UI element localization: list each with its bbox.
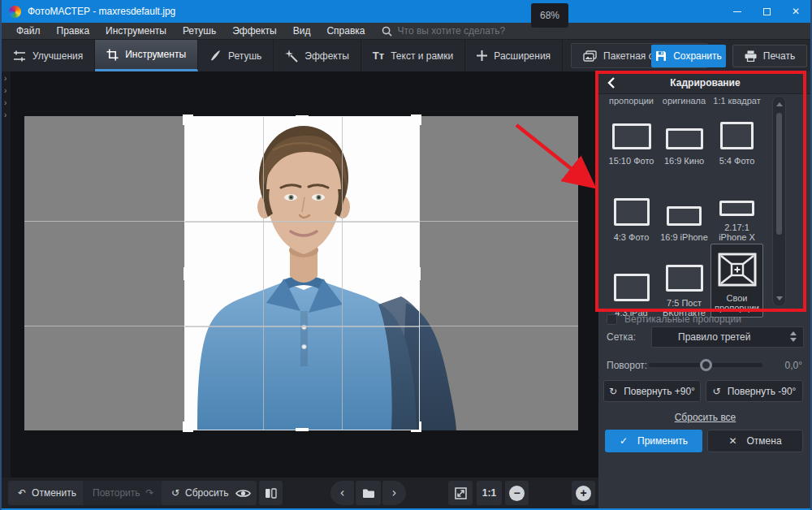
back-button[interactable]: [607, 76, 621, 90]
reset-icon: ↺: [171, 487, 179, 499]
search-icon: [382, 26, 392, 37]
apply-button[interactable]: ✓ Применить: [605, 430, 702, 452]
rotation-slider[interactable]: [649, 363, 762, 367]
brush-icon: [209, 50, 222, 62]
menu-view[interactable]: Вид: [285, 25, 319, 37]
fit-screen-icon: [455, 487, 467, 499]
ratio-icon: [614, 274, 650, 301]
magic-wand-icon: [285, 50, 298, 63]
minimize-button[interactable]: [723, 0, 752, 23]
vertical-proportions-label: Вертикальные пропорции: [624, 313, 741, 325]
thirds-line: [185, 326, 419, 327]
crop-handle-left[interactable]: [184, 267, 187, 280]
undo-button[interactable]: ↶ Отменить: [8, 481, 86, 505]
preset-5-4-photo[interactable]: 5:4 Фото: [710, 112, 763, 166]
chevron-right-icon[interactable]: ›: [4, 87, 6, 95]
tab-tools[interactable]: Инструменты: [95, 40, 198, 71]
crop-handle-right[interactable]: [417, 267, 421, 280]
sliders-icon: [13, 50, 26, 62]
preset-16-9-iphone[interactable]: 16:9 iPhone: [658, 179, 710, 242]
scroll-up-icon[interactable]: [776, 102, 783, 106]
open-folder-button[interactable]: [356, 481, 381, 505]
menu-help[interactable]: Справка: [318, 25, 373, 37]
rotate-ccw-button[interactable]: ↺ Повернуть -90°: [706, 380, 803, 402]
check-icon: ✓: [620, 435, 628, 447]
ratio-icon: [666, 128, 703, 149]
reset-button[interactable]: ↺ Сбросить: [162, 481, 238, 505]
ratio-icon: [612, 123, 651, 149]
chevron-right-icon[interactable]: ›: [4, 111, 6, 119]
redo-button[interactable]: Повторить ↷: [83, 481, 164, 505]
crop-handle-top-right[interactable]: [411, 115, 421, 125]
chevron-right-icon[interactable]: ›: [4, 75, 6, 83]
scrollbar-thumb[interactable]: [776, 113, 782, 235]
close-button[interactable]: ✕: [781, 0, 810, 23]
actual-size-button[interactable]: 1:1: [477, 481, 502, 505]
save-button[interactable]: Сохранить: [651, 45, 726, 67]
tab-retouch[interactable]: Ретушь: [198, 40, 274, 71]
rotate-cw-button[interactable]: ↻ Повернуть +90°: [603, 380, 701, 402]
menu-edit[interactable]: Правка: [49, 25, 98, 37]
titlebar: ФотоМАСТЕР - maxresdefault.jpg ✕: [2, 0, 810, 23]
scroll-down-icon[interactable]: [776, 296, 783, 300]
preset-custom-proportions[interactable]: Своипропорции: [710, 244, 763, 318]
menu-tools[interactable]: Инструменты: [97, 25, 175, 37]
print-button[interactable]: Печать: [732, 45, 807, 67]
spinner-icon[interactable]: [790, 331, 797, 342]
next-photo-button[interactable]: ›: [382, 481, 406, 505]
preset-4-3-photo[interactable]: 4:3 Фото: [605, 179, 658, 242]
crop-panel: Кадрирование пропорции оригинала 1:1 ква…: [598, 71, 812, 508]
tab-effects[interactable]: Эффекты: [274, 40, 361, 71]
cancel-button[interactable]: ✕ Отмена: [707, 430, 803, 452]
rotation-value: 0,0°: [785, 360, 802, 371]
menubar: Файл Правка Инструменты Ретушь Эффекты В…: [2, 23, 810, 40]
vertical-proportions-checkbox[interactable]: [607, 314, 617, 325]
tab-text-frames[interactable]: Tт Текст и рамки: [361, 40, 465, 71]
chevron-left-icon: [607, 76, 615, 89]
crop-handle-bottom[interactable]: [296, 428, 309, 431]
preset-7-5-vk-post[interactable]: 7:5 ПостВКонтакте: [658, 244, 710, 318]
collapsed-left-panel[interactable]: › › › ›: [2, 71, 11, 478]
plus-icon: +: [576, 486, 591, 501]
text-icon: Tт: [373, 50, 384, 62]
grid-select[interactable]: Правило третей: [651, 326, 804, 348]
custom-ratio-icon: [718, 253, 757, 287]
eye-icon: [235, 488, 251, 499]
thirds-line: [342, 117, 343, 430]
rotation-label: Поворот:: [607, 360, 647, 371]
rotation-slider-thumb[interactable]: [700, 359, 712, 371]
zoom-in-button[interactable]: +: [572, 481, 595, 505]
zoom-out-button[interactable]: −: [505, 481, 529, 505]
grid-row: Сетка: Правило третей: [607, 331, 804, 343]
preset-16-9-cinema[interactable]: 16:9 Кино: [658, 112, 710, 166]
crop-handle-top-left[interactable]: [183, 115, 193, 125]
preset-2-17-1-iphone-x[interactable]: 2.17:1iPhone X: [710, 179, 763, 242]
photo-canvas: [24, 116, 578, 430]
window-title: ФотоМАСТЕР - maxresdefault.jpg: [28, 6, 175, 17]
reset-all-link[interactable]: Сбросить все: [675, 412, 736, 423]
crop-frame[interactable]: [184, 116, 420, 430]
menu-retouch[interactable]: Ретушь: [175, 25, 224, 37]
preset-scrollbar[interactable]: [772, 96, 786, 307]
thirds-line: [185, 222, 419, 223]
previous-photo-button[interactable]: ‹: [330, 481, 354, 505]
preview-original-button[interactable]: [230, 481, 257, 505]
preset-15-10-photo[interactable]: 15:10 Фото: [605, 112, 658, 166]
menu-effects[interactable]: Эффекты: [224, 25, 285, 37]
chevron-right-icon[interactable]: ›: [4, 99, 6, 107]
save-icon: [655, 50, 667, 62]
tab-enhancements[interactable]: Улучшения: [2, 40, 95, 71]
crop-handle-bottom-left[interactable]: [183, 421, 193, 432]
maximize-button[interactable]: [752, 0, 781, 23]
crop-handle-bottom-right[interactable]: [411, 421, 421, 432]
preset-4-3-ipad[interactable]: 4:3 iPad: [605, 244, 658, 318]
crop-handle-top[interactable]: [296, 115, 309, 119]
menu-file[interactable]: Файл: [8, 25, 49, 37]
compare-icon: [265, 487, 277, 499]
minimize-icon: [733, 11, 741, 12]
undo-icon: ↶: [18, 487, 26, 499]
scrolled-preset-labels: пропорции оригинала 1:1 квадрат: [605, 96, 767, 106]
compare-button[interactable]: [259, 481, 283, 505]
fit-to-screen-button[interactable]: [448, 481, 473, 505]
tab-extensions[interactable]: Расширения: [465, 40, 563, 71]
